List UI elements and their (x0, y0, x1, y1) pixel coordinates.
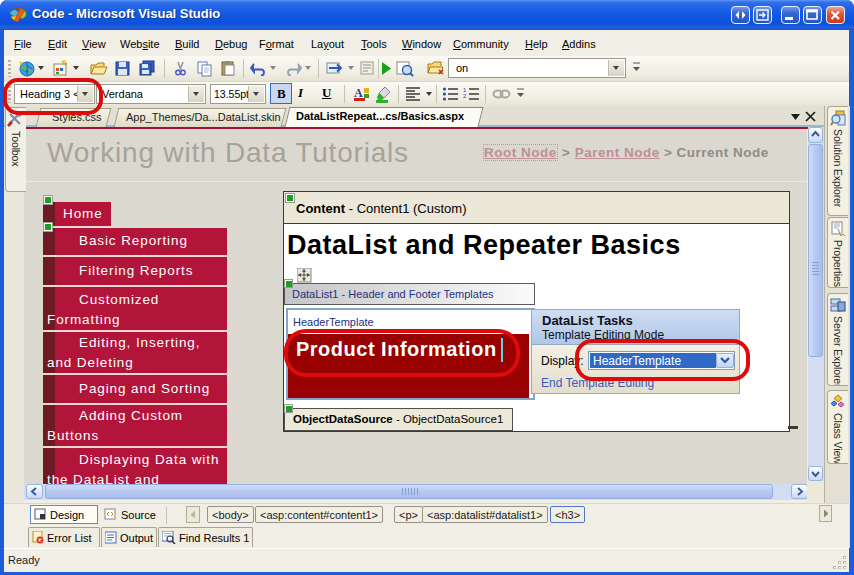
svg-text:A: A (354, 86, 363, 100)
svg-text:2: 2 (463, 93, 467, 99)
